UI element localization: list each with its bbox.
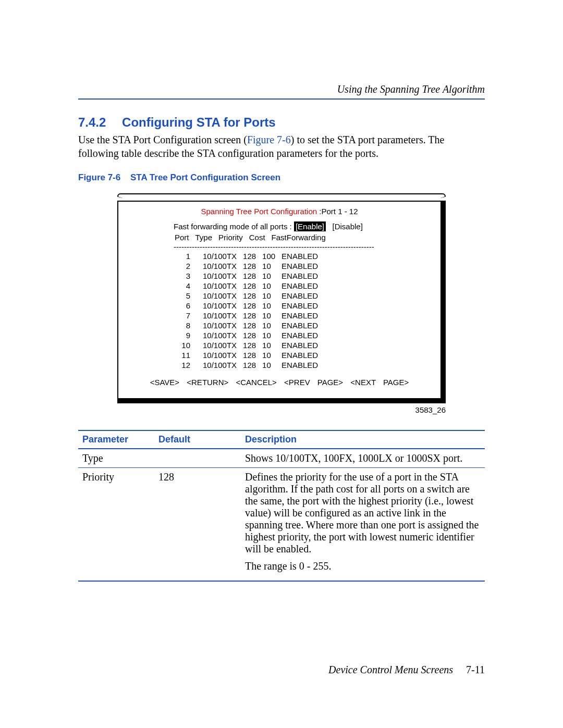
cell-ff: ENABLED <box>282 291 323 300</box>
cell-type: 10/100TX <box>203 361 242 369</box>
ff-label: Fast forwarding mode of all ports : <box>174 222 294 231</box>
figure-title: STA Tree Port Configuration Screen <box>130 172 280 182</box>
param-header-row: Parameter Default Description <box>78 430 485 449</box>
cell-priority: 128 <box>243 301 261 310</box>
table-row: 310/100TX12810ENABLED <box>175 272 323 280</box>
cell-ff: ENABLED <box>282 311 323 320</box>
table-row: 1010/100TX12810ENABLED <box>175 341 323 350</box>
param-default <box>154 449 241 468</box>
cell-priority: 128 <box>243 311 261 320</box>
cell-cost: 100 <box>262 252 280 261</box>
ff-disable-option[interactable]: [Disable] <box>333 222 363 231</box>
cell-priority: 128 <box>243 262 261 270</box>
cell-port: 10 <box>175 341 202 350</box>
page: Using the Spanning Tree Algorithm 7.4.2 … <box>0 0 563 728</box>
save-button[interactable]: <SAVE> <box>150 378 179 387</box>
cell-ff: ENABLED <box>282 351 323 360</box>
next-page-button[interactable]: <NEXT PAGE> <box>350 378 409 387</box>
header-rule <box>78 98 485 100</box>
cell-cost: 10 <box>262 311 280 320</box>
cell-cost: 10 <box>262 272 280 280</box>
cell-port: 12 <box>175 361 202 369</box>
param-name: Priority <box>78 468 154 582</box>
param-row: Type Shows 10/100TX, 100FX, 1000LX or 10… <box>78 449 485 468</box>
cell-port: 6 <box>175 301 202 310</box>
cancel-button[interactable]: <CANCEL> <box>236 378 276 387</box>
figure-number: Figure 7-6 <box>78 172 120 182</box>
cell-priority: 128 <box>243 321 261 330</box>
cell-port: 8 <box>175 321 202 330</box>
section-intro: Use the STA Port Configuration screen (F… <box>78 133 485 160</box>
section-number: 7.4.2 <box>78 115 106 130</box>
cell-port: 11 <box>175 351 202 360</box>
terminal-footer: <SAVE> <RETURN> <CANCEL> <PREV PAGE> <NE… <box>126 378 433 387</box>
cell-type: 10/100TX <box>203 272 242 280</box>
cell-ff: ENABLED <box>282 331 323 340</box>
cell-ff: ENABLED <box>282 272 323 280</box>
parameter-table: Parameter Default Description Type Shows… <box>78 430 485 582</box>
cell-priority: 128 <box>243 341 261 350</box>
cell-port: 7 <box>175 311 202 320</box>
cell-ff: ENABLED <box>282 341 323 350</box>
cell-port: 5 <box>175 291 202 300</box>
table-row: 710/100TX12810ENABLED <box>175 311 323 320</box>
section-title: Configuring STA for Ports <box>122 115 276 129</box>
param-description: Shows 10/100TX, 100FX, 1000LX or 1000SX … <box>241 449 485 468</box>
cell-priority: 128 <box>243 361 261 369</box>
table-row: 910/100TX12810ENABLED <box>175 331 323 340</box>
footer-title: Device Control Menu Screens <box>328 664 453 675</box>
fast-forward-line: Fast forwarding mode of all ports : [Ena… <box>174 222 433 231</box>
col-port: Port <box>175 233 194 242</box>
cell-type: 10/100TX <box>203 331 242 340</box>
figure-crossref[interactable]: Figure 7-6 <box>247 134 291 145</box>
table-row: 1110/100TX12810ENABLED <box>175 351 323 360</box>
table-row: 1210/100TX12810ENABLED <box>175 361 323 369</box>
cell-type: 10/100TX <box>203 311 242 320</box>
cell-priority: 128 <box>243 291 261 300</box>
page-footer: Device Control Menu Screens 7-11 <box>328 664 485 676</box>
col-ff: FastForwarding <box>272 233 331 242</box>
cell-cost: 10 <box>262 361 280 369</box>
port-table-body: 110/100TX128100ENABLED 210/100TX12810ENA… <box>174 251 324 371</box>
table-row: 610/100TX12810ENABLED <box>175 301 323 310</box>
cell-port: 2 <box>175 262 202 270</box>
cell-type: 10/100TX <box>203 252 242 261</box>
cell-priority: 128 <box>243 272 261 280</box>
ff-enable-option[interactable]: [Enable] <box>294 221 326 231</box>
section-heading: 7.4.2 Configuring STA for Ports <box>78 115 485 130</box>
cell-priority: 128 <box>243 252 261 261</box>
param-desc-range: The range is 0 - 255. <box>245 560 481 572</box>
col-cost: Cost <box>249 233 271 242</box>
col-type: Type <box>195 233 218 242</box>
cell-cost: 10 <box>262 291 280 300</box>
page-number: 7-11 <box>466 664 485 675</box>
cell-port: 9 <box>175 331 202 340</box>
cell-cost: 10 <box>262 301 280 310</box>
param-name: Type <box>78 449 154 468</box>
cell-type: 10/100TX <box>203 291 242 300</box>
terminal-figure: Spanning Tree Port Configuration :Port 1… <box>117 193 446 403</box>
cell-priority: 128 <box>243 351 261 360</box>
cell-type: 10/100TX <box>203 301 242 310</box>
intro-pre: Use the STA Port Configuration screen ( <box>78 134 247 145</box>
col-parameter: Parameter <box>78 430 154 449</box>
port-table: Port Type Priority Cost FastForwarding <box>174 232 332 243</box>
prev-page-button[interactable]: <PREV PAGE> <box>284 378 343 387</box>
cell-type: 10/100TX <box>203 281 242 290</box>
table-row: 810/100TX12810ENABLED <box>175 321 323 330</box>
table-row: 210/100TX12810ENABLED <box>175 262 323 270</box>
cell-cost: 10 <box>262 341 280 350</box>
cell-type: 10/100TX <box>203 351 242 360</box>
cell-type: 10/100TX <box>203 262 242 270</box>
return-button[interactable]: <RETURN> <box>187 378 228 387</box>
cell-type: 10/100TX <box>203 341 242 350</box>
col-description: Description <box>241 430 485 449</box>
cell-cost: 10 <box>262 262 280 270</box>
terminal-title-suffix: :Port 1 - 12 <box>317 207 358 216</box>
table-row: 410/100TX12810ENABLED <box>175 281 323 290</box>
terminal-title-red: Spanning Tree Port Configuration <box>201 207 317 216</box>
port-table-header-row: Port Type Priority Cost FastForwarding <box>175 233 331 242</box>
table-divider: ----------------------------------------… <box>174 243 433 251</box>
table-row: 510/100TX12810ENABLED <box>175 291 323 300</box>
cell-cost: 10 <box>262 281 280 290</box>
